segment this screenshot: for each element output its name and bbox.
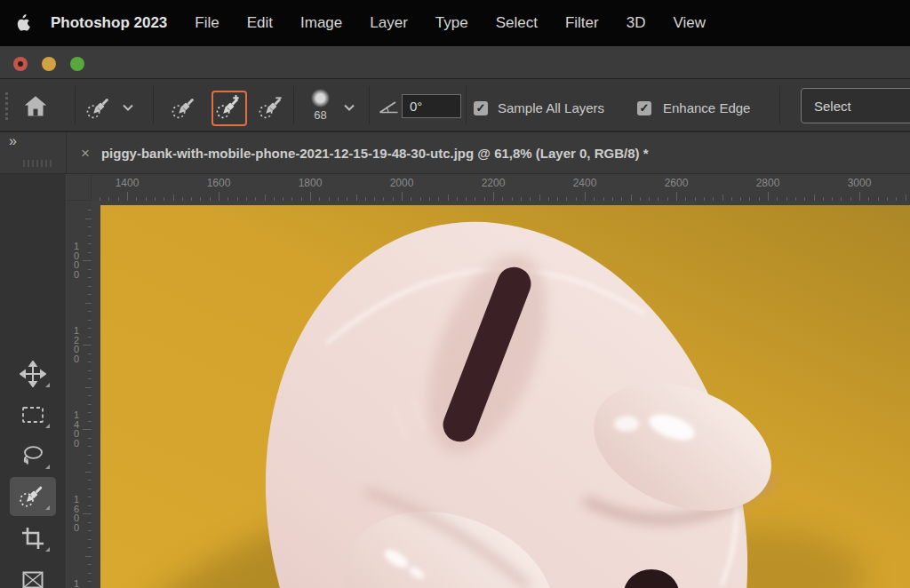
- menu-filter[interactable]: Filter: [565, 14, 599, 32]
- ruler-label: 1 8 0 0: [67, 579, 86, 588]
- apple-menu[interactable]: [15, 14, 30, 32]
- marquee-tool-icon: [20, 401, 46, 428]
- ruler-tick: [448, 195, 449, 201]
- ruler-tick: [265, 195, 266, 201]
- enhance-edge-label: Enhance Edge: [663, 100, 750, 115]
- tool-crop[interactable]: [10, 519, 56, 558]
- ruler-tick: [127, 192, 128, 201]
- crop-tool-icon: [20, 525, 46, 552]
- flyout-indicator: [45, 465, 50, 469]
- tools-panel-header: »: [0, 132, 67, 173]
- sample-all-layers-label: Sample All Layers: [498, 100, 604, 115]
- minimize-window-button[interactable]: [42, 57, 56, 71]
- new-selection-icon: [171, 94, 199, 123]
- ruler-tick: [768, 192, 769, 201]
- tool-selection-brush[interactable]: [10, 477, 56, 516]
- divider: [779, 86, 780, 124]
- ruler-tick: [676, 192, 677, 201]
- menu-view[interactable]: View: [673, 14, 706, 32]
- ruler-label: 1800: [299, 177, 323, 189]
- ruler-tick: [859, 192, 860, 201]
- ruler-label: 1600: [207, 177, 231, 189]
- ruler-tick: [219, 192, 220, 201]
- menu-edit[interactable]: Edit: [247, 14, 273, 32]
- tab-strip: » × piggy-bank-with-mobile-phone-2021-12…: [0, 131, 910, 174]
- document-tab[interactable]: × piggy-bank-with-mobile-phone-2021-12-1…: [68, 132, 910, 173]
- menu-file[interactable]: File: [195, 14, 219, 32]
- canvas-pasteboard: [92, 201, 910, 588]
- lasso-tool-icon: [20, 442, 46, 469]
- ruler-tick: [173, 195, 174, 201]
- menubar: Photoshop 2023 File Edit Image Layer Typ…: [0, 0, 910, 46]
- ruler-corner: [67, 174, 92, 201]
- divider: [75, 86, 76, 124]
- ruler-label: 1 6 0 0: [67, 495, 86, 532]
- tab-close-icon[interactable]: ×: [81, 146, 90, 161]
- chevron-down-icon: [343, 103, 355, 112]
- brush-preview-dot: [311, 89, 330, 107]
- enhance-edge-checkbox[interactable]: ✓: [637, 101, 651, 115]
- chevron-down-icon: [122, 103, 134, 112]
- horizontal-ruler[interactable]: 140016001800200022002400260028003000: [67, 174, 910, 201]
- menu-select[interactable]: Select: [496, 14, 538, 32]
- ruler-label: 2000: [390, 177, 414, 189]
- brush-size-chevron[interactable]: [343, 103, 355, 112]
- ruler-tick: [85, 556, 92, 557]
- menu-app-name[interactable]: Photoshop 2023: [51, 14, 167, 32]
- new-selection-mode-button[interactable]: [167, 91, 203, 126]
- tool-preset-chevron[interactable]: [122, 103, 134, 112]
- ruler-tick: [85, 219, 92, 219]
- close-window-dot: [18, 61, 23, 67]
- brush-angle-label: [379, 100, 399, 114]
- options-bar-grip[interactable]: [5, 92, 11, 120]
- ruler-label: 2600: [665, 177, 689, 189]
- ruler-tick: [402, 192, 403, 201]
- ruler-tick: [493, 192, 494, 201]
- vertical-ruler[interactable]: 1 0 0 01 2 0 01 4 0 01 6 0 01 8 0 0: [67, 201, 92, 588]
- tools-panel-grip[interactable]: [23, 160, 52, 167]
- menu-type[interactable]: Type: [435, 14, 468, 32]
- close-window-button[interactable]: [13, 57, 28, 71]
- flyout-indicator: [45, 547, 50, 552]
- selection-brush-preset-icon: [85, 94, 114, 123]
- right-ear-glint-2: [614, 416, 639, 432]
- tool-move[interactable]: [10, 354, 56, 393]
- subtract-from-selection-mode-button[interactable]: [254, 91, 290, 126]
- ruler-tick: [539, 195, 540, 201]
- tool-lasso[interactable]: [10, 436, 56, 475]
- menu-3d[interactable]: 3D: [627, 14, 646, 32]
- ruler-tick: [356, 195, 357, 201]
- tab-title: piggy-bank-with-mobile-phone-2021-12-15-…: [101, 146, 649, 161]
- home-icon: [22, 93, 49, 120]
- options-bar: 68 ✓ Sample All Layers ✓ Enhance Edge Se…: [0, 78, 910, 131]
- divider: [369, 86, 370, 124]
- angle-input[interactable]: [402, 94, 461, 118]
- home-button[interactable]: [22, 93, 49, 120]
- menu-image[interactable]: Image: [300, 14, 342, 32]
- add-to-selection-mode-button[interactable]: [212, 91, 247, 126]
- ruler-tick: [631, 195, 632, 201]
- tool-rectangular-marquee[interactable]: [10, 395, 56, 434]
- brush-size-value: 68: [311, 108, 330, 122]
- collapse-tools-button[interactable]: »: [9, 133, 17, 149]
- select-and-mask-button[interactable]: Select: [801, 88, 910, 123]
- ruler-label: 2400: [573, 177, 597, 189]
- subtract-from-selection-icon: [258, 94, 286, 123]
- ruler-label: 2800: [756, 177, 780, 189]
- selection-brush-tool-icon: [19, 482, 47, 511]
- menu-layer[interactable]: Layer: [370, 14, 408, 32]
- ruler-tick: [722, 195, 723, 201]
- tool-preset-button[interactable]: [85, 94, 114, 123]
- document-canvas[interactable]: [100, 205, 910, 588]
- sample-all-layers-checkbox[interactable]: ✓: [474, 101, 488, 115]
- ruler-tick: [585, 192, 586, 201]
- frame-tool-icon: [20, 567, 46, 588]
- add-to-selection-icon: [215, 94, 243, 123]
- zoom-window-button[interactable]: [70, 57, 84, 71]
- ruler-label: 2200: [482, 177, 506, 189]
- ruler-tick: [85, 303, 92, 304]
- toolbar: [0, 174, 67, 588]
- brush-size-picker[interactable]: 68: [311, 89, 330, 122]
- tool-frame[interactable]: [10, 560, 56, 588]
- ruler-label: 3000: [848, 177, 872, 189]
